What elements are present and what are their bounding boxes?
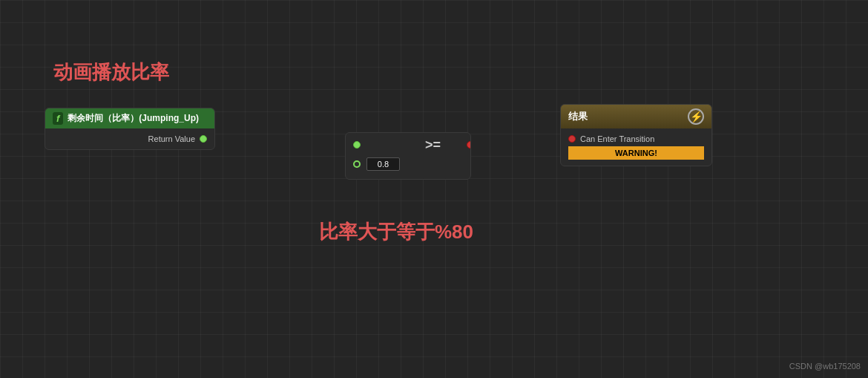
function-node-body: Return Value (45, 128, 214, 149)
watermark: CSDN @wb175208 (789, 362, 861, 371)
result-node-header: 结果 ⚡ (561, 105, 711, 128)
function-node: f 剩余时间（比率）(Jumping_Up) Return Value (45, 108, 215, 150)
annotation-title: 动画播放比率 (53, 59, 169, 85)
function-node-header: f 剩余时间（比率）(Jumping_Up) (45, 108, 214, 128)
result-node: 结果 ⚡ Can Enter Transition WARNING! (560, 104, 712, 166)
compare-output-pin (467, 141, 471, 149)
result-node-body: Can Enter Transition WARNING! (561, 128, 711, 166)
grid-background (0, 0, 868, 378)
compare-input-pin-bottom (353, 160, 361, 168)
compare-node: >= (345, 132, 471, 180)
function-icon: f (53, 112, 63, 125)
output-pin (200, 135, 207, 143)
can-enter-pin (568, 135, 576, 143)
can-enter-row: Can Enter Transition (568, 134, 704, 143)
warning-bar: WARNING! (568, 146, 704, 160)
compare-value-input[interactable] (366, 157, 400, 171)
compare-input-pin-top (353, 141, 361, 149)
compare-top-row: >= (346, 139, 470, 151)
result-node-title: 结果 (568, 110, 588, 123)
annotation-subtitle: 比率大于等于%80 (319, 219, 473, 245)
return-value-label: Return Value (148, 134, 195, 143)
compare-symbol: >= (425, 137, 441, 153)
lightning-icon: ⚡ (688, 108, 704, 125)
compare-bottom-row (346, 155, 470, 173)
can-enter-label: Can Enter Transition (580, 134, 654, 143)
function-node-title: 剩余时间（比率）(Jumping_Up) (68, 112, 199, 125)
